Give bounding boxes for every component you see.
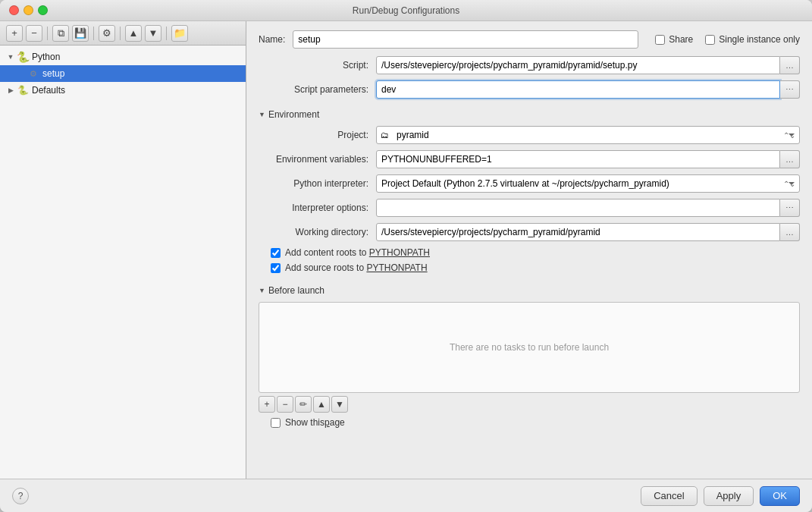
name-label: Name:	[259, 34, 285, 45]
folder-button[interactable]: 📁	[171, 25, 188, 42]
env-vars-label: Environment variables:	[259, 154, 376, 165]
interpreter-options-input-group: ⋯	[376, 199, 800, 217]
bottom-bar: ? Cancel Apply OK	[0, 479, 812, 512]
script-params-browse-button[interactable]: ⋯	[780, 80, 800, 99]
working-dir-row: Working directory: …	[259, 223, 800, 241]
remove-config-button[interactable]: −	[26, 25, 42, 42]
bottom-buttons: Cancel Apply OK	[641, 486, 800, 506]
setup-label: setup	[42, 68, 64, 79]
single-instance-label: Single instance only	[719, 34, 800, 45]
script-input-group: …	[376, 56, 800, 74]
before-launch-section: ▼ Before launch There are no tasks to ru…	[259, 281, 800, 413]
toolbar-separator-2	[93, 27, 94, 40]
main-content: + − ⧉ 💾 ⚙ ▲ ▼ 📁 ▼ 🐍 Python	[0, 21, 812, 479]
before-launch-edit-button[interactable]: ✏	[295, 396, 312, 413]
share-checkbox-row: Share	[655, 34, 693, 45]
script-params-label: Script parameters:	[259, 84, 376, 95]
save-config-button[interactable]: 💾	[72, 25, 89, 42]
before-launch-up-button[interactable]: ▲	[313, 396, 330, 413]
script-input[interactable]	[376, 56, 780, 74]
single-instance-checkbox-row: Single instance only	[705, 34, 800, 45]
add-content-roots-label: Add content roots to PYTHONPATH	[285, 247, 430, 258]
cancel-button[interactable]: Cancel	[641, 486, 697, 506]
maximize-button[interactable]	[38, 5, 48, 15]
add-content-roots-checkbox[interactable]	[271, 248, 281, 258]
interpreter-options-label: Interpreter options:	[259, 203, 376, 213]
toolbar-separator	[47, 27, 48, 40]
before-launch-remove-button[interactable]: −	[277, 396, 293, 413]
before-launch-add-button[interactable]: +	[259, 396, 275, 413]
environment-section-label: Environment	[268, 109, 319, 120]
add-config-button[interactable]: +	[6, 25, 23, 42]
no-tasks-label: There are no tasks to run before launch	[450, 342, 609, 353]
before-launch-label: Before launch	[268, 285, 324, 296]
working-dir-browse-button[interactable]: …	[780, 223, 800, 241]
defaults-icon: 🐍	[17, 84, 29, 96]
setup-icon: ⚙	[27, 68, 39, 80]
env-vars-input[interactable]	[376, 150, 780, 168]
copy-config-button[interactable]: ⧉	[52, 25, 69, 42]
python-interpreter-label: Python interpreter:	[259, 178, 376, 189]
tree-item-defaults[interactable]: ▶ 🐍 Defaults	[0, 82, 246, 99]
script-label: Script:	[259, 60, 376, 71]
script-params-input[interactable]	[376, 80, 780, 99]
show-page-row: Show thispage	[259, 417, 800, 428]
show-page-label: Show thispage	[285, 417, 345, 428]
settings-button[interactable]: ⚙	[99, 25, 115, 42]
working-dir-input-group: …	[376, 223, 800, 241]
interpreter-select-wrapper: Project Default (Python 2.7.5 virtualenv…	[376, 174, 800, 193]
script-params-input-group: ⋯	[376, 80, 800, 99]
traffic-lights	[9, 5, 48, 15]
tree-item-python[interactable]: ▼ 🐍 Python	[0, 49, 246, 65]
run-debug-configurations-dialog: Run/Debug Configurations + − ⧉ 💾 ⚙ ▲ ▼ 📁	[0, 0, 812, 512]
project-row: Project: pyramid 🗂	[259, 126, 800, 144]
before-launch-toolbar: + − ✏ ▲ ▼	[259, 396, 800, 413]
project-select[interactable]: pyramid	[376, 126, 800, 144]
add-source-roots-row: Add source roots to PYTHONPATH	[259, 262, 800, 273]
apply-button[interactable]: Apply	[704, 486, 754, 506]
script-row: Script: …	[259, 56, 800, 74]
add-source-roots-checkbox[interactable]	[271, 263, 281, 273]
add-source-roots-label: Add source roots to PYTHONPATH	[285, 262, 428, 273]
toolbar-separator-3	[120, 27, 121, 40]
python-expand-arrow: ▼	[6, 52, 15, 61]
close-button[interactable]	[9, 5, 19, 15]
share-checkbox[interactable]	[655, 35, 665, 45]
name-input[interactable]	[293, 30, 638, 49]
interpreter-options-row: Interpreter options: ⋯	[259, 199, 800, 217]
interpreter-select[interactable]: Project Default (Python 2.7.5 virtualenv…	[376, 174, 800, 193]
defaults-expand-arrow: ▶	[6, 86, 15, 95]
before-launch-arrow: ▼	[259, 287, 265, 294]
interpreter-options-input[interactable]	[376, 199, 780, 217]
left-toolbar: + − ⧉ 💾 ⚙ ▲ ▼ 📁	[0, 21, 246, 46]
show-page-checkbox[interactable]	[271, 418, 281, 428]
move-down-button[interactable]: ▼	[145, 25, 161, 42]
single-instance-checkbox[interactable]	[705, 35, 715, 45]
config-tree: ▼ 🐍 Python ⚙ setup ▶ 🐍 Defaults	[0, 46, 246, 479]
move-up-button[interactable]: ▲	[125, 25, 142, 42]
script-browse-button[interactable]: …	[780, 56, 800, 74]
script-params-row: Script parameters: ⋯	[259, 80, 800, 99]
project-select-wrapper: pyramid 🗂	[376, 126, 800, 144]
left-panel: + − ⧉ 💾 ⚙ ▲ ▼ 📁 ▼ 🐍 Python	[0, 21, 246, 479]
toolbar-separator-4	[166, 27, 167, 40]
defaults-label: Defaults	[32, 85, 65, 96]
python-group-icon: 🐍	[17, 51, 29, 63]
python-interpreter-row: Python interpreter: Project Default (Pyt…	[259, 174, 800, 193]
ok-button[interactable]: OK	[760, 486, 800, 506]
working-dir-label: Working directory:	[259, 227, 376, 237]
before-launch-header[interactable]: ▼ Before launch	[259, 285, 800, 296]
env-vars-input-group: …	[376, 150, 800, 168]
python-group-label: Python	[32, 52, 60, 62]
add-content-roots-row: Add content roots to PYTHONPATH	[259, 247, 800, 258]
tree-item-setup[interactable]: ⚙ setup	[0, 65, 246, 82]
share-label: Share	[669, 34, 693, 45]
help-button[interactable]: ?	[12, 488, 29, 504]
before-launch-down-button[interactable]: ▼	[331, 396, 348, 413]
minimize-button[interactable]	[24, 5, 33, 15]
window-title: Run/Debug Configurations	[353, 5, 459, 16]
interpreter-options-browse-button[interactable]: ⋯	[780, 199, 800, 217]
working-dir-input[interactable]	[376, 223, 780, 241]
env-vars-browse-button[interactable]: …	[780, 150, 800, 168]
environment-section-header[interactable]: ▼ Environment	[259, 109, 800, 120]
